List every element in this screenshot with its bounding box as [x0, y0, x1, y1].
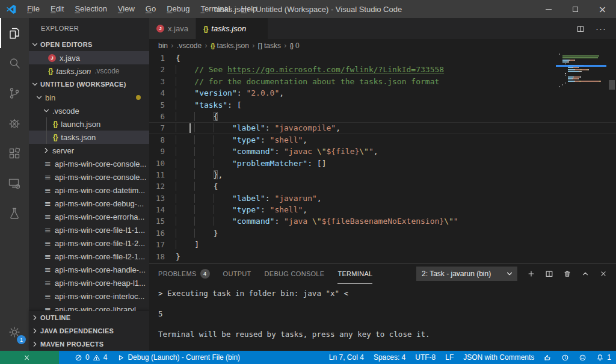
minimize-button[interactable]: [535, 0, 562, 18]
line-number: 5: [149, 99, 176, 111]
editor-tab-x.java[interactable]: Jx.java: [149, 18, 196, 39]
sidebar-section-java-dependencies[interactable]: JAVA DEPENDENCIES: [29, 324, 149, 338]
close-editor-icon[interactable]: [38, 67, 48, 75]
open-editor-item[interactable]: {}tasks.json.vscode: [29, 64, 149, 78]
status-item-language-mode[interactable]: JSON with Comments: [458, 351, 539, 364]
status-item-problems[interactable]: 04: [70, 351, 112, 364]
scrollbar-thumb[interactable]: [609, 80, 615, 90]
panel-tab-problems[interactable]: PROBLEMS4: [158, 264, 210, 284]
menu-help[interactable]: Help: [236, 0, 263, 18]
status-item-survey[interactable]: [574, 351, 591, 364]
activitybar-explorer[interactable]: [0, 18, 29, 48]
menu-go[interactable]: Go: [140, 0, 161, 18]
breadcrumb-item[interactable]: {}0: [290, 42, 300, 50]
tree-item-api-ms-win-core-interloc...[interactable]: ≡api-ms-win-core-interloc...: [29, 289, 149, 303]
terminal-output[interactable]: > Executing task in folder bin: java "x"…: [149, 284, 616, 351]
menu-terminal[interactable]: Terminal: [195, 0, 235, 18]
code-line-7[interactable]: 7 "label": "javacompile",: [149, 122, 616, 134]
tree-item-api-ms-win-core-datetim...[interactable]: ≡api-ms-win-core-datetim...: [29, 184, 149, 197]
maximize-panel-button[interactable]: [581, 270, 590, 278]
status-item-remote[interactable]: [0, 351, 59, 364]
maximize-button[interactable]: [562, 0, 589, 18]
menu-debug[interactable]: Debug: [161, 0, 195, 18]
close-window-button[interactable]: ×: [589, 0, 616, 18]
code-line-12[interactable]: 12 {: [149, 180, 616, 192]
tree-item-tasks.json[interactable]: {}tasks.json: [29, 131, 149, 144]
code-line-10[interactable]: 10 "problemMatcher": []: [149, 158, 616, 169]
status-item-debug-launch[interactable]: Debug (Launch) - Current File (bin): [112, 351, 245, 364]
code-line-3[interactable]: 3 // for the documentation about the tas…: [149, 76, 616, 87]
code-line-8[interactable]: 8 "type": "shell",: [149, 134, 616, 146]
split-terminal-button[interactable]: [545, 270, 553, 278]
tree-item-api-ms-win-core-handle-...[interactable]: ≡api-ms-win-core-handle-...: [29, 263, 149, 276]
new-terminal-button[interactable]: [527, 270, 535, 278]
section-open-editors[interactable]: OPEN EDITORS: [29, 38, 149, 51]
menu-file[interactable]: File: [22, 0, 45, 18]
panel-tab-output[interactable]: OUTPUT: [223, 264, 251, 284]
tree-item-api-ms-win-core-libraryl...[interactable]: ≡api-ms-win-core-libraryl...: [29, 303, 149, 311]
tree-item-.vscode[interactable]: .vscode: [29, 104, 149, 117]
open-editor-item[interactable]: Jx.java: [29, 51, 149, 64]
status-item-feedback[interactable]: [539, 351, 556, 364]
split-editor-button[interactable]: [576, 25, 585, 33]
menu-edit[interactable]: Edit: [45, 0, 69, 18]
section-workspace[interactable]: UNTITLED (WORKSPACE): [29, 78, 149, 91]
code-line-5[interactable]: 5 "tasks": [: [149, 99, 616, 111]
code-line-16[interactable]: 16 }: [149, 227, 616, 239]
breadcrumb-item[interactable]: {}tasks.json: [211, 42, 249, 50]
code-editor[interactable]: 1{2 // See https://go.microsoft.com/fwli…: [149, 52, 616, 263]
close-tab-icon[interactable]: [253, 24, 260, 33]
editor-scrollbar[interactable]: [608, 52, 616, 263]
status-item-eol[interactable]: LF: [440, 351, 458, 364]
tree-item-api-ms-win-core-heap-l1...[interactable]: ≡api-ms-win-core-heap-l1...: [29, 276, 149, 289]
terminal-selector[interactable]: 2: Task - javarun (bin): [416, 267, 517, 281]
code-line-14[interactable]: 14 "type": "shell",: [149, 204, 616, 215]
code-line-9[interactable]: 9 "command": "javac \"${file}\"",: [149, 146, 616, 157]
menu-view[interactable]: View: [112, 0, 140, 18]
code-line-4[interactable]: 4 "version": "2.0.0",: [149, 87, 616, 99]
activitybar-extensions[interactable]: [0, 138, 29, 168]
tree-item-api-ms-win-core-file-l1-1...[interactable]: ≡api-ms-win-core-file-l1-1...: [29, 223, 149, 236]
code-line-11[interactable]: 11 },: [149, 169, 616, 180]
menu-selection[interactable]: Selection: [69, 0, 112, 18]
tree-item-server[interactable]: server: [29, 144, 149, 157]
tree-item-api-ms-win-core-debug-...[interactable]: ≡api-ms-win-core-debug-...: [29, 197, 149, 210]
tree-item-api-ms-win-core-console...[interactable]: ≡api-ms-win-core-console...: [29, 170, 149, 184]
breadcrumb-item[interactable]: [ ]tasks: [258, 42, 281, 50]
code-line-2[interactable]: 2 // See https://go.microsoft.com/fwlink…: [149, 64, 616, 75]
activitybar-debug[interactable]: [0, 108, 29, 138]
activitybar-test[interactable]: [0, 199, 29, 229]
tree-item-bin[interactable]: bin: [29, 91, 149, 104]
panel-tab-terminal[interactable]: TERMINAL: [337, 264, 372, 284]
tree-item-api-ms-win-core-file-l1-2...[interactable]: ≡api-ms-win-core-file-l1-2...: [29, 236, 149, 250]
code-line-1[interactable]: 1{: [149, 52, 616, 64]
status-item-info[interactable]: [556, 351, 574, 364]
breadcrumb-item[interactable]: bin: [158, 42, 168, 50]
status-item-encoding[interactable]: UTF-8: [410, 351, 440, 364]
kill-terminal-button[interactable]: [563, 270, 571, 278]
sidebar-section-maven-projects[interactable]: MAVEN PROJECTS: [29, 338, 149, 351]
activitybar-source-control[interactable]: [0, 78, 29, 108]
status-item-cursor-position[interactable]: Ln 7, Col 4: [324, 351, 369, 364]
tree-item-launch.json[interactable]: {}launch.json: [29, 117, 149, 131]
editor-tab-tasks.json[interactable]: {}tasks.json: [196, 18, 268, 39]
breadcrumb-item[interactable]: .vscode: [177, 42, 202, 50]
minimap[interactable]: [559, 54, 605, 88]
code-line-6[interactable]: 6 {: [149, 111, 616, 122]
code-line-17[interactable]: 17 ]: [149, 239, 616, 250]
tree-item-api-ms-win-core-errorha...[interactable]: ≡api-ms-win-core-errorha...: [29, 210, 149, 223]
tree-item-api-ms-win-core-file-l2-1...[interactable]: ≡api-ms-win-core-file-l2-1...: [29, 250, 149, 263]
activitybar-search[interactable]: [0, 48, 29, 78]
activitybar-remote-explorer[interactable]: [0, 168, 29, 199]
code-line-18[interactable]: 18}: [149, 251, 616, 262]
close-panel-button[interactable]: [599, 270, 608, 278]
code-line-13[interactable]: 13 "label": "javarun",: [149, 193, 616, 204]
activitybar-settings[interactable]: 1: [0, 317, 29, 347]
status-item-indentation[interactable]: Spaces: 4: [369, 351, 410, 364]
sidebar-section-outline[interactable]: OUTLINE: [29, 311, 149, 324]
code-line-15[interactable]: 15 "command": "java \"${fileBasenameNoEx…: [149, 215, 616, 227]
tree-item-api-ms-win-core-console...[interactable]: ≡api-ms-win-core-console...: [29, 157, 149, 170]
status-item-notifications[interactable]: 1: [591, 351, 616, 364]
panel-tab-debug-console[interactable]: DEBUG CONSOLE: [265, 264, 325, 284]
more-actions-button[interactable]: ···: [596, 23, 606, 34]
